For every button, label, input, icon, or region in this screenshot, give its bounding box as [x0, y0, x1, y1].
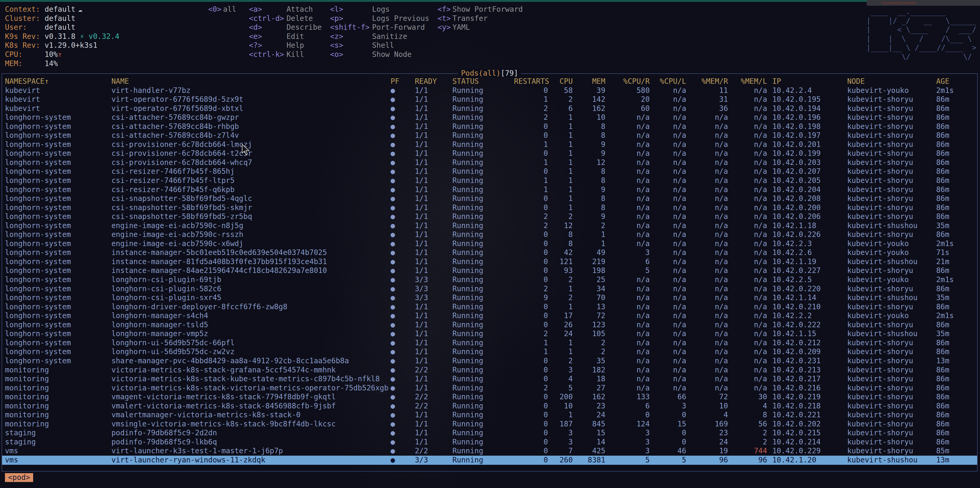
cell-cpu: 1	[548, 140, 573, 149]
info-row: Context:default☁	[5, 5, 119, 14]
k9s-upgrade-version: ⚡ v0.32.4	[75, 32, 119, 41]
table-row[interactable]: monitoringvmsingle-victoria-metrics-k8s-…	[2, 420, 977, 429]
table-row[interactable]: longhorn-systeminstance-manager-5bc01eeb…	[2, 248, 977, 257]
table-row[interactable]: longhorn-systemshare-manager-pvc-4bbd842…	[2, 356, 977, 366]
cell-cpul: n/a	[650, 167, 686, 176]
table-row[interactable]: kubevirtvirt-operator-6776f5689d-xbtxl●1…	[2, 104, 977, 113]
cell-cpul: 66	[650, 393, 686, 402]
table-row[interactable]: longhorn-systemlonghorn-manager-tsld5●1/…	[2, 321, 977, 330]
table-row[interactable]: longhorn-systemcsi-snapshotter-58bf69fbd…	[2, 212, 977, 221]
cell-cpu: 200	[548, 393, 573, 402]
cell-cpul: n/a	[650, 95, 686, 104]
table-row[interactable]: monitoringvmalertmanager-victoria-metric…	[2, 410, 977, 420]
cell-ip: 10.42.1.19	[767, 257, 847, 267]
table-row[interactable]: longhorn-systemcsi-resizer-7466f7b45f-q6…	[2, 185, 977, 194]
table-row[interactable]: longhorn-systemlonghorn-ui-56d9b575dc-zw…	[2, 347, 977, 356]
table-row[interactable]: longhorn-systemlonghorn-driver-deployer-…	[2, 302, 977, 312]
cell-restarts: 0	[514, 456, 548, 465]
cell-cpur: 5	[605, 456, 650, 465]
table-row[interactable]: kubevirtvirt-handler-v77bz●1/1Running058…	[2, 86, 977, 95]
cell-mem: 142	[573, 95, 605, 104]
cell-status: Running	[452, 86, 514, 95]
table-row[interactable]: longhorn-systemcsi-provisioner-6c78dcb66…	[2, 158, 977, 167]
table-row[interactable]: longhorn-systemcsi-resizer-7466f7b45f-lt…	[2, 176, 977, 185]
table-row[interactable]: stagingpodinfo-79db68f5c9-lkb6q●1/1Runni…	[2, 438, 977, 447]
table-row[interactable]: monitoringvmalert-victoria-metrics-k8s-s…	[2, 402, 977, 411]
cell-cpul: n/a	[650, 275, 686, 285]
cell-ns: longhorn-system	[5, 221, 111, 230]
cell-node: kubevirt-shoryu	[847, 438, 936, 447]
cell-restarts: 0	[514, 86, 548, 95]
table-row[interactable]: monitoringvictoria-metrics-k8s-stack-gra…	[2, 366, 977, 375]
cell-mem: 2	[573, 221, 605, 230]
cell-age: 86m	[936, 285, 977, 294]
table-row[interactable]: longhorn-systemcsi-snapshotter-58bf69fbd…	[2, 203, 977, 212]
cell-age: 86m	[936, 393, 977, 402]
table-row[interactable]: vmsvirt-launcher-k3s-test-1-master-1-j6p…	[2, 447, 977, 456]
cell-mem: 198	[573, 266, 605, 275]
hotkey-menu-col-1: <a>Attach<ctrl-d>Delete<d>Describe<e>Edi…	[249, 5, 322, 59]
cell-meml: n/a	[728, 140, 767, 149]
table-row[interactable]: longhorn-systemcsi-snapshotter-58bf69fbd…	[2, 194, 977, 203]
cell-ready: 1/1	[415, 113, 452, 122]
table-row[interactable]: monitoringvmagent-victoria-metrics-k8s-s…	[2, 393, 977, 402]
cell-memr: n/a	[686, 248, 728, 257]
cell-memr: 36	[686, 104, 728, 113]
table-row[interactable]: longhorn-systemlonghorn-csi-plugin-69tjb…	[2, 275, 977, 285]
table-row[interactable]: longhorn-systemlonghorn-ui-56d9b575dc-66…	[2, 339, 977, 348]
cell-mem: 9	[573, 212, 605, 221]
cell-status: Running	[452, 321, 514, 330]
table-row[interactable]: longhorn-systemlonghorn-csi-plugin-sxr45…	[2, 293, 977, 302]
info-label: User:	[5, 23, 45, 32]
menu-label: all	[223, 5, 236, 14]
table-row[interactable]: longhorn-systemlonghorn-csi-plugin-582c6…	[2, 285, 977, 294]
cell-age: 86m	[936, 366, 977, 375]
cell-ip: 10.42.0.207	[767, 167, 847, 176]
breadcrumb[interactable]: <pod>	[5, 473, 33, 482]
table-row[interactable]: longhorn-systemcsi-provisioner-6c78dcb66…	[2, 149, 977, 158]
table-row[interactable]: longhorn-systemengine-image-ei-acb7590c-…	[2, 230, 977, 239]
cell-cpu: 6	[548, 104, 573, 113]
menu-key: <d>	[249, 23, 286, 32]
pf-dot-icon: ●	[391, 149, 415, 158]
menu-item: <s>Shell	[330, 41, 429, 50]
cell-ready: 1/1	[415, 375, 452, 384]
menu-key: <t>	[438, 14, 452, 23]
table-row[interactable]: longhorn-systemcsi-attacher-57689cc84b-z…	[2, 131, 977, 140]
table-row[interactable]: longhorn-systeminstance-manager-81fd5a40…	[2, 257, 977, 267]
table-row[interactable]: longhorn-systemcsi-attacher-57689cc84b-r…	[2, 122, 977, 131]
table-row[interactable]: longhorn-systemengine-image-ei-acb7590c-…	[2, 239, 977, 248]
cell-ns: longhorn-system	[5, 122, 111, 131]
table-row[interactable]: longhorn-systemcsi-attacher-57689cc84b-g…	[2, 113, 977, 122]
table-row[interactable]: longhorn-systemlonghorn-manager-vmp5z●1/…	[2, 329, 977, 339]
cell-ns: kubevirt	[5, 104, 111, 113]
cell-cpul: n/a	[650, 339, 686, 348]
table-row[interactable]: monitoringvictoria-metrics-k8s-stack-vic…	[2, 384, 977, 393]
menu-item: <l>Logs	[330, 5, 429, 14]
table-row[interactable]: stagingpodinfo-79db68f5c9-2d2dn●1/1Runni…	[2, 429, 977, 438]
cell-name: csi-attacher-57689cc84b-rhbgb	[111, 122, 391, 131]
table-row[interactable]: kubevirtvirt-operator-6776f5689d-5zx9t●1…	[2, 95, 977, 104]
table-row[interactable]: longhorn-systeminstance-manager-84ae2159…	[2, 266, 977, 275]
cell-meml: 744	[728, 447, 767, 456]
cell-meml: n/a	[728, 347, 767, 356]
cell-cpul: n/a	[650, 86, 686, 95]
cell-restarts: 0	[514, 402, 548, 411]
cell-ip: 10.42.0.215	[767, 429, 847, 438]
table-row[interactable]: longhorn-systemengine-image-ei-acb7590c-…	[2, 221, 977, 230]
table-row[interactable]: monitoringvictoria-metrics-k8s-stack-kub…	[2, 375, 977, 384]
cell-status: Running	[452, 248, 514, 257]
cell-cpu: 24	[548, 329, 573, 339]
menu-label: YAML	[452, 23, 470, 32]
table-row[interactable]: longhorn-systemlonghorn-manager-s4ch4●1/…	[2, 312, 977, 321]
cell-node: kubevirt-shoryu	[847, 194, 936, 203]
table-row[interactable]: longhorn-systemcsi-resizer-7466f7b45f-86…	[2, 167, 977, 176]
col-header-cpur: %CPU/R	[605, 77, 650, 86]
cell-node: kubevirt-shoryu	[847, 375, 936, 384]
cell-meml: n/a	[728, 239, 767, 248]
table-row[interactable]: longhorn-systemcsi-provisioner-6c78dcb66…	[2, 140, 977, 149]
info-label: CPU:	[5, 50, 45, 59]
cell-ready: 1/1	[415, 86, 452, 95]
table-row[interactable]: vmsvirt-launcher-ryan-windows-11-zkdqk●3…	[2, 456, 977, 465]
cell-node: kubevirt-shoryu	[847, 429, 936, 438]
